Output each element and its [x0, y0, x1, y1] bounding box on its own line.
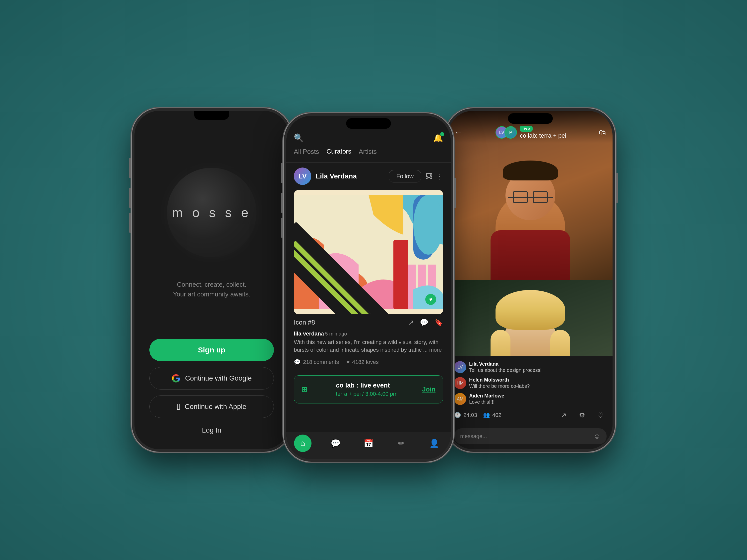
nav-profile[interactable]: 👤 [426, 434, 443, 452]
login-button[interactable]: Log In [149, 426, 274, 434]
svg-point-2 [413, 195, 443, 255]
share-ctrl-button[interactable]: ↗ [557, 409, 570, 421]
feed-screen: 🔍 🔔 All Posts Curators Artists [286, 116, 451, 459]
heart-icon: ♥ [346, 359, 350, 365]
apple-signin-button[interactable]:  Continue with Apple [149, 396, 274, 418]
svg-text:♥: ♥ [429, 296, 432, 303]
send-icon[interactable]: ☺ [593, 432, 600, 440]
logo-area: m o s s e Connect, create, collect. Your… [159, 131, 264, 329]
logo-outer-ring: m o s s e [159, 160, 264, 265]
dynamic-island [508, 113, 553, 124]
chat-text-2: Will there be more co-labs? [469, 383, 530, 389]
tab-all-posts[interactable]: All Posts [294, 148, 319, 158]
comment-count-icon: 💬 [294, 359, 301, 365]
author-info: LV Lila Verdana [294, 167, 357, 185]
call-title-area: LV P live co lab: terra + pei [495, 126, 566, 139]
bookmark-icon[interactable]: 🔖 [435, 318, 443, 326]
call-avatars: LV P [495, 126, 517, 139]
video-call-screen: ← LV P live [448, 111, 613, 449]
post-card: LV Lila Verdana Follow ⛾ ⋮ [286, 162, 451, 373]
call-time: 🕐 24:03 [454, 412, 477, 418]
clock-icon: 🕐 [454, 412, 461, 418]
phone-video-call: ← LV P live [446, 108, 615, 452]
call-title: co lab: terra + pei [520, 132, 566, 139]
chat-author-1: Lila Verdana [469, 361, 542, 367]
notification-dot [440, 132, 444, 136]
call-controls: ↗ ⚙ ♡ [557, 409, 607, 421]
tab-artists[interactable]: Artists [359, 148, 377, 158]
google-signin-button[interactable]: Continue with Google [149, 367, 274, 390]
chat-avatar-helen: HM [454, 377, 466, 389]
post-description: lila verdana 5 min ago With this new art… [294, 330, 443, 356]
comment-icon[interactable]: 💬 [420, 318, 429, 326]
nav-calendar[interactable]: 📅 [360, 434, 377, 452]
post-meta: Icon #8 ↗ 💬 🔖 [294, 314, 443, 330]
more-link[interactable]: ... more [423, 347, 442, 353]
join-button[interactable]: Join [422, 385, 436, 393]
logo-text: m o s s e [172, 205, 252, 220]
login-screen: m o s s e Connect, create, collect. Your… [134, 111, 289, 449]
post-actions-top: ⛾ ⋮ [425, 172, 443, 181]
shop-icon[interactable]: 🛍 [599, 128, 607, 137]
chat-message-1: LV Lila Verdana Tell us about the design… [454, 361, 607, 373]
message-input-area[interactable]: message... ☺ [454, 428, 607, 444]
settings-ctrl-button[interactable]: ⚙ [576, 409, 588, 421]
notch [194, 111, 229, 120]
more-icon[interactable]: ⋮ [436, 172, 443, 181]
nav-home[interactable]: ⌂ [294, 434, 311, 452]
message-placeholder: message... [460, 433, 487, 439]
live-badge: live [520, 126, 533, 132]
post-text: With this new art series, I'm creating a… [294, 339, 443, 354]
post-image: ♥ [294, 190, 443, 314]
nav-create[interactable]: ✏ [393, 434, 410, 452]
phone-login: m o s s e Connect, create, collect. Your… [132, 108, 291, 452]
chat-avatar-lila: LV [454, 361, 466, 373]
event-icon: ⊞ [302, 385, 307, 394]
svg-rect-9 [393, 240, 408, 310]
chat-bubble-2: Helen Molsworth Will there be more co-la… [469, 377, 530, 389]
follow-button[interactable]: Follow [389, 170, 421, 182]
call-viewers: 👥 402 [483, 412, 501, 418]
google-icon [172, 374, 181, 383]
post-meta-icons: ↗ 💬 🔖 [408, 318, 443, 326]
nav-chat[interactable]: 💬 [327, 434, 344, 452]
post-stats: 💬 218 comments ♥ 4182 loves [294, 356, 443, 368]
author-name: Lila Verdana [316, 172, 357, 180]
bottom-nav: ⌂ 💬 📅 ✏ 👤 [286, 432, 451, 459]
artwork-svg: ♥ [294, 190, 443, 314]
live-event-banner: ⊞ co lab : live event terra + pei / 3:00… [294, 375, 443, 403]
external-link-icon[interactable]: ↗ [408, 318, 414, 326]
chat-overlay: LV Lila Verdana Tell us about the design… [448, 356, 613, 449]
chat-text-1: Tell us about the design process! [469, 367, 542, 373]
chat-avatar-aiden: AM [454, 393, 466, 405]
apple-icon:  [177, 402, 180, 411]
post-title: Icon #8 [294, 319, 315, 326]
loves-stat: ♥ 4182 loves [346, 359, 379, 365]
call-stats: 🕐 24:03 👥 402 [454, 412, 501, 418]
author-handle: lila verdana [294, 330, 324, 337]
comments-stat: 💬 218 comments [294, 359, 339, 365]
avatar: LV [294, 167, 311, 185]
notification-bell[interactable]: 🔔 [433, 133, 443, 142]
search-icon[interactable]: 🔍 [294, 133, 304, 142]
signup-button[interactable]: Sign up [149, 339, 274, 361]
heart-ctrl-button[interactable]: ♡ [594, 409, 607, 421]
chat-text-3: Love this!!!! [469, 399, 504, 405]
time-ago-value: 5 min ago [325, 331, 347, 337]
logo-inner-circle: m o s s e [167, 168, 256, 257]
phone-feed: 🔍 🔔 All Posts Curators Artists [284, 113, 453, 462]
tab-curators[interactable]: Curators [327, 148, 351, 158]
chat-message-3: AM Aiden Marlowe Love this!!!! [454, 393, 607, 405]
chat-message-2: HM Helen Molsworth Will there be more co… [454, 377, 607, 389]
tagline: Connect, create, collect. Your art commu… [173, 280, 250, 299]
chat-bubble-3: Aiden Marlowe Love this!!!! [469, 393, 504, 405]
share-icon[interactable]: ⛾ [425, 172, 432, 181]
event-info: co lab : live event terra + pei / 3:00-4… [336, 381, 398, 397]
pill-notch [346, 118, 391, 129]
phones-container: m o s s e Connect, create, collect. Your… [132, 108, 615, 452]
post-author: LV Lila Verdana Follow ⛾ ⋮ [294, 167, 443, 185]
auth-buttons: Sign up Continue with Google  [149, 339, 274, 434]
feed-tabs: All Posts Curators Artists [286, 148, 451, 162]
back-button[interactable]: ← [454, 127, 463, 138]
viewers-icon: 👥 [483, 412, 490, 418]
